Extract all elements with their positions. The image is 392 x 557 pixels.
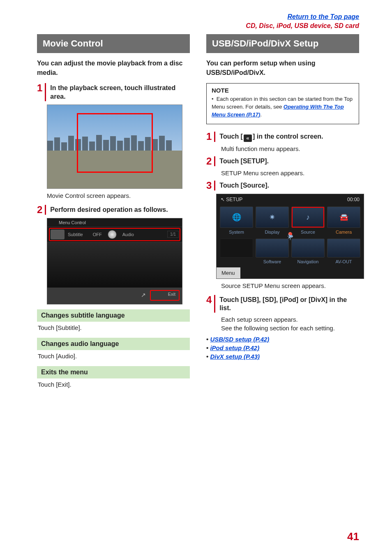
page-indicator: 1/1 bbox=[167, 231, 179, 238]
note-text-post: . bbox=[260, 111, 262, 118]
menu-footer: ↗ Exit bbox=[47, 288, 182, 304]
step-2: 2 Perform desired operation as follows. bbox=[37, 205, 190, 215]
lab-source: Source bbox=[291, 230, 325, 234]
setup-caption: Source SETUP Menu screen appears. bbox=[221, 282, 359, 289]
off-label: OFF bbox=[93, 232, 102, 237]
step-divider bbox=[214, 295, 215, 313]
setup-time: 00:00 bbox=[347, 197, 360, 202]
r-step-3: 3 Touch [Source]. bbox=[206, 181, 359, 190]
step-1-number: 1 bbox=[37, 83, 42, 93]
usb-setup-heading: USB/SD/iPod/DivX Setup bbox=[206, 34, 359, 53]
camera-icon: 🚘 bbox=[339, 213, 348, 222]
note-box: NOTE • Each operation in this section ca… bbox=[206, 83, 359, 124]
menu-row: Subtitle OFF Audio 1/1 bbox=[47, 227, 182, 242]
knob-icon bbox=[108, 230, 117, 239]
lab-avout: AV-OUT bbox=[327, 259, 360, 264]
thumb-icon bbox=[51, 230, 65, 239]
step-2-text: Perform desired operation as follows. bbox=[50, 205, 168, 214]
right-column: USB/SD/iPod/DivX Setup You can perform s… bbox=[206, 34, 359, 391]
step-divider bbox=[214, 156, 215, 166]
lab-navigation: Navigation bbox=[291, 259, 325, 264]
page-number: 41 bbox=[347, 530, 359, 543]
menu-header: Menu Control bbox=[47, 218, 182, 227]
step-divider bbox=[45, 83, 46, 101]
divx-setup-link[interactable]: DivX setup (P.43) bbox=[210, 353, 260, 360]
lab-camera: Camera bbox=[327, 230, 360, 234]
r-step-1-number: 1 bbox=[206, 132, 212, 142]
menu-control-screenshot: Menu Control Subtitle OFF Audio 1/1 ↗ Ex… bbox=[47, 218, 182, 304]
r-step-4-sub2: See the following section for each setti… bbox=[221, 325, 359, 332]
tile-system: 🌐 bbox=[220, 207, 253, 228]
breadcrumb: CD, Disc, iPod, USB device, SD card bbox=[246, 21, 359, 30]
exit-menu-body: Touch [Exit]. bbox=[37, 378, 190, 391]
step-divider bbox=[214, 181, 215, 190]
movie-control-intro: You can adjust the movie playback from a… bbox=[37, 59, 190, 77]
r-step-2-text: Touch [SETUP]. bbox=[219, 156, 269, 166]
step-1-caption: Movie Control screen appears. bbox=[47, 192, 190, 199]
step-1: 1 In the playback screen, touch illustra… bbox=[37, 83, 190, 101]
lab-system: System bbox=[220, 230, 253, 234]
step-2-number: 2 bbox=[37, 205, 42, 215]
tile-source: ♪ bbox=[291, 207, 325, 228]
audio-language-heading: Changes audio language bbox=[37, 338, 190, 350]
tile-camera: 🚘 bbox=[327, 207, 360, 228]
playback-screenshot bbox=[47, 104, 182, 189]
r-step-4: 4 Touch [USB], [SD], [iPod] or [DivX] in… bbox=[206, 295, 359, 313]
exit-highlight bbox=[150, 290, 180, 301]
usb-setup-intro: You can perform setup when using USB/SD/… bbox=[206, 59, 359, 77]
r-step-1: 1 Touch [«] in the control screen. bbox=[206, 132, 359, 142]
note-title: NOTE bbox=[212, 87, 354, 94]
lab-display: Display bbox=[256, 230, 289, 234]
r-step-1-text: Touch [«] in the control screen. bbox=[219, 132, 323, 142]
lab-blank bbox=[220, 259, 253, 264]
header-links: Return to the Top page CD, Disc, iPod, U… bbox=[37, 12, 359, 30]
tile-avout: ⇢ bbox=[327, 239, 360, 258]
r-step-2-number: 2 bbox=[206, 156, 212, 166]
return-to-top-link[interactable]: Return to the Top page bbox=[287, 13, 359, 20]
r-step-4-text: Touch [USB], [SD], [iPod] or [DivX] in t… bbox=[219, 295, 359, 313]
tile-navigation: ➤ bbox=[291, 239, 325, 258]
subtitle-label: Subtitle bbox=[68, 232, 83, 237]
note-body: • Each operation in this section can be … bbox=[212, 95, 354, 119]
r-step-4-number: 4 bbox=[206, 295, 212, 305]
chevrons-left-icon: « bbox=[244, 135, 252, 142]
audio-language-body: Touch [Audio]. bbox=[37, 350, 190, 363]
ipod-setup-link[interactable]: iPod setup (P.42) bbox=[210, 344, 259, 351]
lab-software: Software bbox=[256, 259, 289, 264]
r-step-4-sub1: Each setup screen appears. bbox=[221, 316, 359, 323]
setup-title: ↖ SETUP bbox=[221, 197, 242, 202]
tile-software: 📍 bbox=[256, 239, 289, 258]
step-divider bbox=[214, 132, 215, 142]
setup-links-list: USB/SD setup (P.42) iPod setup (P.42) Di… bbox=[206, 336, 359, 360]
audio-label: Audio bbox=[122, 232, 134, 237]
setup-screenshot: ↖ SETUP 00:00 🌐 ✷ ♪ 🚘 System Display Sou… bbox=[216, 194, 364, 279]
tile-display: ✷ bbox=[256, 207, 289, 228]
source-icon: ♪ bbox=[306, 213, 310, 221]
subtitle-language-body: Touch [Subtitle]. bbox=[37, 322, 190, 334]
step-divider bbox=[45, 205, 46, 215]
r-step-3-number: 3 bbox=[206, 181, 212, 190]
display-icon: ✷ bbox=[269, 213, 275, 222]
r-step-2: 2 Touch [SETUP]. bbox=[206, 156, 359, 166]
r-step-2-sub: SETUP Menu screen appears. bbox=[221, 169, 359, 176]
globe-icon: 🌐 bbox=[232, 213, 241, 222]
touch-area-highlight bbox=[77, 113, 153, 173]
usb-sd-setup-link[interactable]: USB/SD setup (P.42) bbox=[210, 336, 269, 343]
expand-icon: ↗ bbox=[141, 292, 146, 298]
menu-button: Menu bbox=[217, 267, 240, 278]
avout-icon: ⇢ bbox=[287, 232, 293, 241]
menu-blank-area bbox=[47, 242, 182, 288]
r-step-1-sub: Multi function menu appears. bbox=[221, 145, 359, 152]
r-step-3-text: Touch [Source]. bbox=[219, 181, 269, 190]
movie-control-heading: Movie Control bbox=[37, 34, 190, 53]
tile-blank bbox=[220, 239, 253, 258]
step-1-text: In the playback screen, touch illustrate… bbox=[50, 83, 190, 101]
exit-menu-heading: Exits the menu bbox=[37, 366, 190, 378]
left-column: Movie Control You can adjust the movie p… bbox=[37, 34, 190, 391]
subtitle-language-heading: Changes subtitle language bbox=[37, 309, 190, 322]
